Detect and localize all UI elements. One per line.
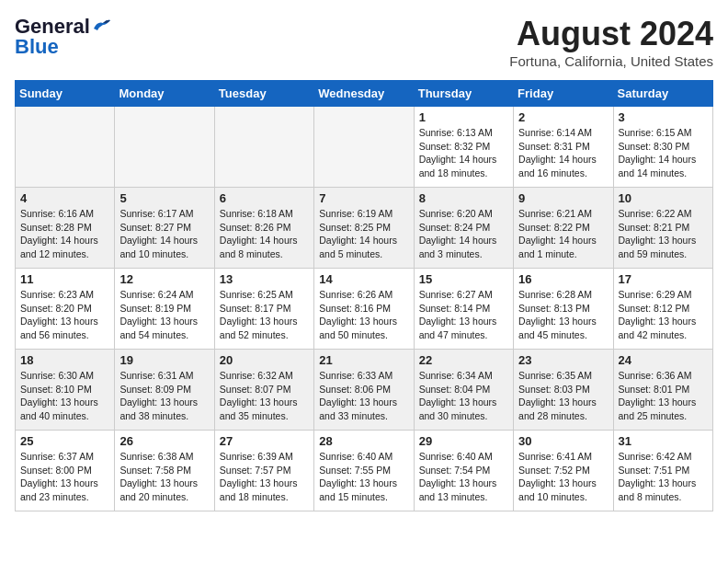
day-header-saturday: Saturday (613, 81, 712, 107)
calendar-cell: 18Sunrise: 6:30 AMSunset: 8:10 PMDayligh… (16, 350, 115, 431)
logo: General Blue (15, 15, 112, 59)
calendar-cell: 6Sunrise: 6:18 AMSunset: 8:26 PMDaylight… (214, 188, 313, 269)
location: Fortuna, California, United States (509, 53, 713, 69)
day-info: Sunrise: 6:23 AMSunset: 8:20 PMDaylight:… (20, 288, 109, 342)
day-number: 27 (220, 434, 309, 448)
calendar-cell: 27Sunrise: 6:39 AMSunset: 7:57 PMDayligh… (214, 431, 313, 511)
day-info: Sunrise: 6:13 AMSunset: 8:32 PMDaylight:… (419, 126, 508, 180)
day-header-tuesday: Tuesday (214, 81, 313, 107)
logo-blue: Blue (15, 35, 59, 59)
calendar-cell: 10Sunrise: 6:22 AMSunset: 8:21 PMDayligh… (613, 188, 712, 269)
calendar-cell: 12Sunrise: 6:24 AMSunset: 8:19 PMDayligh… (115, 269, 214, 350)
day-info: Sunrise: 6:36 AMSunset: 8:01 PMDaylight:… (619, 369, 708, 423)
calendar-cell: 13Sunrise: 6:25 AMSunset: 8:17 PMDayligh… (214, 269, 313, 350)
calendar-cell: 8Sunrise: 6:20 AMSunset: 8:24 PMDaylight… (414, 188, 513, 269)
day-info: Sunrise: 6:14 AMSunset: 8:31 PMDaylight:… (518, 126, 608, 180)
day-number: 15 (419, 272, 508, 286)
day-number: 12 (119, 272, 209, 286)
calendar-cell: 1Sunrise: 6:13 AMSunset: 8:32 PMDaylight… (414, 107, 513, 188)
day-number: 25 (20, 434, 109, 448)
day-info: Sunrise: 6:32 AMSunset: 8:07 PMDaylight:… (220, 369, 309, 423)
day-number: 3 (619, 110, 708, 124)
day-number: 6 (220, 191, 309, 205)
day-info: Sunrise: 6:17 AMSunset: 8:27 PMDaylight:… (119, 207, 209, 261)
day-info: Sunrise: 6:29 AMSunset: 8:12 PMDaylight:… (619, 288, 708, 342)
calendar-cell: 28Sunrise: 6:40 AMSunset: 7:55 PMDayligh… (314, 431, 414, 511)
day-number: 5 (119, 191, 209, 205)
day-info: Sunrise: 6:31 AMSunset: 8:09 PMDaylight:… (119, 369, 209, 423)
day-info: Sunrise: 6:41 AMSunset: 7:52 PMDaylight:… (518, 450, 608, 504)
day-info: Sunrise: 6:24 AMSunset: 8:19 PMDaylight:… (119, 288, 209, 342)
calendar-cell: 24Sunrise: 6:36 AMSunset: 8:01 PMDayligh… (613, 350, 712, 431)
calendar-cell: 30Sunrise: 6:41 AMSunset: 7:52 PMDayligh… (514, 431, 613, 511)
title-area: August 2024 Fortuna, California, United … (509, 15, 713, 69)
day-info: Sunrise: 6:20 AMSunset: 8:24 PMDaylight:… (419, 207, 508, 261)
day-info: Sunrise: 6:26 AMSunset: 8:16 PMDaylight:… (319, 288, 408, 342)
day-number: 24 (619, 353, 708, 367)
day-info: Sunrise: 6:33 AMSunset: 8:06 PMDaylight:… (319, 369, 408, 423)
header: General Blue August 2024 Fortuna, Califo… (15, 15, 713, 69)
calendar-cell: 31Sunrise: 6:42 AMSunset: 7:51 PMDayligh… (613, 431, 712, 511)
day-number: 28 (319, 434, 408, 448)
calendar-cell (214, 107, 313, 188)
day-number: 18 (20, 353, 109, 367)
calendar-week-3: 11Sunrise: 6:23 AMSunset: 8:20 PMDayligh… (16, 269, 713, 350)
day-info: Sunrise: 6:19 AMSunset: 8:25 PMDaylight:… (319, 207, 408, 261)
day-info: Sunrise: 6:25 AMSunset: 8:17 PMDaylight:… (220, 288, 309, 342)
day-info: Sunrise: 6:38 AMSunset: 7:58 PMDaylight:… (119, 450, 209, 504)
day-info: Sunrise: 6:30 AMSunset: 8:10 PMDaylight:… (20, 369, 109, 423)
day-number: 29 (419, 434, 508, 448)
calendar-table: SundayMondayTuesdayWednesdayThursdayFrid… (15, 80, 713, 511)
calendar-week-5: 25Sunrise: 6:37 AMSunset: 8:00 PMDayligh… (16, 431, 713, 511)
day-number: 2 (518, 110, 608, 124)
calendar-cell: 26Sunrise: 6:38 AMSunset: 7:58 PMDayligh… (115, 431, 214, 511)
day-info: Sunrise: 6:28 AMSunset: 8:13 PMDaylight:… (518, 288, 608, 342)
day-number: 10 (619, 191, 708, 205)
day-number: 20 (220, 353, 309, 367)
calendar-cell: 11Sunrise: 6:23 AMSunset: 8:20 PMDayligh… (16, 269, 115, 350)
calendar-cell: 16Sunrise: 6:28 AMSunset: 8:13 PMDayligh… (514, 269, 613, 350)
day-number: 7 (319, 191, 408, 205)
calendar-cell: 19Sunrise: 6:31 AMSunset: 8:09 PMDayligh… (115, 350, 214, 431)
day-info: Sunrise: 6:35 AMSunset: 8:03 PMDaylight:… (518, 369, 608, 423)
calendar-week-4: 18Sunrise: 6:30 AMSunset: 8:10 PMDayligh… (16, 350, 713, 431)
day-number: 13 (220, 272, 309, 286)
calendar-week-2: 4Sunrise: 6:16 AMSunset: 8:28 PMDaylight… (16, 188, 713, 269)
day-info: Sunrise: 6:15 AMSunset: 8:30 PMDaylight:… (619, 126, 708, 180)
day-info: Sunrise: 6:22 AMSunset: 8:21 PMDaylight:… (619, 207, 708, 261)
day-number: 17 (619, 272, 708, 286)
day-header-friday: Friday (514, 81, 613, 107)
day-number: 23 (518, 353, 608, 367)
day-number: 26 (119, 434, 209, 448)
days-header-row: SundayMondayTuesdayWednesdayThursdayFrid… (16, 81, 713, 107)
day-number: 19 (119, 353, 209, 367)
calendar-cell: 17Sunrise: 6:29 AMSunset: 8:12 PMDayligh… (613, 269, 712, 350)
day-number: 11 (20, 272, 109, 286)
logo-bird-icon (92, 17, 112, 32)
day-header-thursday: Thursday (414, 81, 513, 107)
day-info: Sunrise: 6:27 AMSunset: 8:14 PMDaylight:… (419, 288, 508, 342)
calendar-cell: 20Sunrise: 6:32 AMSunset: 8:07 PMDayligh… (214, 350, 313, 431)
day-info: Sunrise: 6:16 AMSunset: 8:28 PMDaylight:… (20, 207, 109, 261)
calendar-cell: 29Sunrise: 6:40 AMSunset: 7:54 PMDayligh… (414, 431, 513, 511)
calendar-cell: 9Sunrise: 6:21 AMSunset: 8:22 PMDaylight… (514, 188, 613, 269)
day-number: 22 (419, 353, 508, 367)
day-number: 8 (419, 191, 508, 205)
calendar-cell: 15Sunrise: 6:27 AMSunset: 8:14 PMDayligh… (414, 269, 513, 350)
day-number: 31 (619, 434, 708, 448)
calendar-cell: 3Sunrise: 6:15 AMSunset: 8:30 PMDaylight… (613, 107, 712, 188)
calendar-cell: 21Sunrise: 6:33 AMSunset: 8:06 PMDayligh… (314, 350, 414, 431)
day-info: Sunrise: 6:42 AMSunset: 7:51 PMDaylight:… (619, 450, 708, 504)
calendar-cell: 25Sunrise: 6:37 AMSunset: 8:00 PMDayligh… (16, 431, 115, 511)
day-number: 14 (319, 272, 408, 286)
day-number: 1 (419, 110, 508, 124)
day-header-wednesday: Wednesday (314, 81, 414, 107)
calendar-cell: 4Sunrise: 6:16 AMSunset: 8:28 PMDaylight… (16, 188, 115, 269)
day-number: 16 (518, 272, 608, 286)
calendar-cell (16, 107, 115, 188)
calendar-cell: 7Sunrise: 6:19 AMSunset: 8:25 PMDaylight… (314, 188, 414, 269)
day-info: Sunrise: 6:18 AMSunset: 8:26 PMDaylight:… (220, 207, 309, 261)
day-header-sunday: Sunday (16, 81, 115, 107)
day-number: 30 (518, 434, 608, 448)
calendar-cell: 2Sunrise: 6:14 AMSunset: 8:31 PMDaylight… (514, 107, 613, 188)
